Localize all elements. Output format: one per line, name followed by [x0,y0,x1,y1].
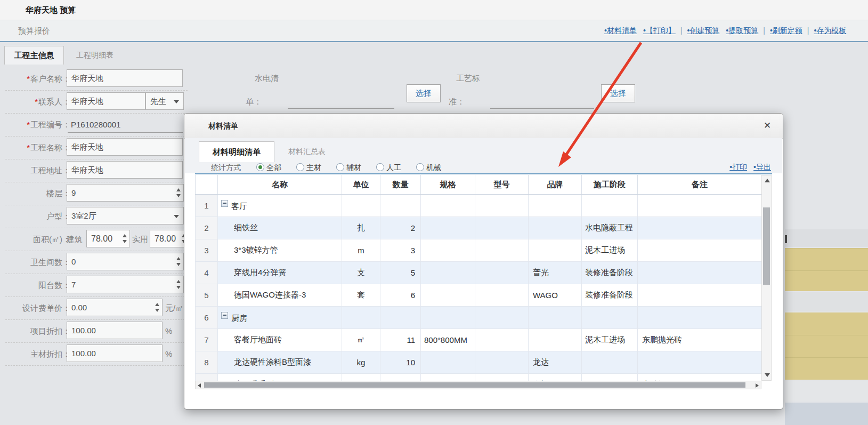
design-fee-stepper[interactable]: 0.00 [67,299,163,316]
spinner-arrows-icon[interactable] [176,257,181,266]
field-design-fee: 设计费单价： 0.00 元/㎡ [5,296,188,320]
group-row[interactable]: 1客厅 [196,195,762,217]
spinner-arrows-icon[interactable] [176,188,181,197]
tab-material-detail-list[interactable]: 材料明细清单 [199,141,274,162]
material-row[interactable]: 5德国WAGO连接器-3套6WAGO装修准备阶段 [196,284,762,307]
contact-title-select[interactable]: 先生 [145,92,184,110]
column-header[interactable] [196,175,218,195]
cell-note [638,239,762,262]
project-address-input[interactable]: 华府天地 [67,161,183,179]
scroll-right-icon[interactable] [756,383,759,388]
material-row[interactable]: 8龙达硬性涂料B型面漆kg10龙达 [196,351,762,374]
column-header[interactable]: 规格 [421,175,475,195]
column-header[interactable]: 型号 [475,175,529,195]
header-link[interactable]: •存为模板 [814,26,846,35]
stat-radio-机械[interactable]: 机械 [416,162,441,173]
spinner-arrows-icon[interactable] [123,234,127,243]
balconies-stepper[interactable]: 7 [67,276,184,293]
tab-material-summary[interactable]: 材料汇总表 [273,141,340,162]
hydro-list-select-button[interactable]: 选择 [407,84,441,102]
stat-radio-全部[interactable]: 全部 [256,162,281,173]
radio-icon[interactable] [376,163,384,171]
horizontal-scrollbar-thumb[interactable] [204,382,745,388]
cell-name: 厨房 [218,307,342,329]
group-row[interactable]: 6厨房 [196,307,762,329]
separator: | [807,26,809,35]
radio-icon[interactable] [336,163,344,171]
header-link[interactable]: •材料清单 [604,26,637,35]
material-table-container: 名称单位数量规格型号品牌施工阶段备注 1客厅2细铁丝扎2水电隐蔽工程33*3镀锌… [195,175,761,381]
floor-stepper[interactable]: 9 [67,184,184,202]
area-built-stepper[interactable]: 78.00 [86,230,130,247]
cell-spec [421,351,475,374]
customer-name-input[interactable]: 华府天地 [67,69,183,87]
material-discount-input[interactable]: 100.00 [67,344,163,362]
area-usable-stepper[interactable]: 78.00 [150,230,189,247]
cell-model [475,351,529,374]
material-name: 3*3镀锌方管 [234,245,278,254]
column-header[interactable]: 品牌 [529,175,582,195]
scroll-up-icon[interactable] [765,179,770,182]
header-link[interactable]: •提取预算 [726,26,758,35]
tab-project-main-info[interactable]: 工程主信息 [4,46,64,65]
material-row[interactable]: 2细铁丝扎2水电隐蔽工程 [196,217,762,239]
scroll-left-icon[interactable] [198,383,201,388]
material-row[interactable]: 4穿线用4分弹簧支5普光装修准备阶段 [196,262,762,284]
cell-unit [342,195,380,217]
cell-name: 穿线用4分弹簧 [218,262,342,284]
craft-standard-input[interactable] [490,108,594,109]
stat-radio-人工[interactable]: 人工 [376,162,401,173]
radio-selected-icon[interactable] [256,163,264,171]
radio-icon[interactable] [416,163,424,171]
contact-input[interactable]: 华府天地 [67,92,145,110]
cell-name: 德国WAGO连接器-3 [218,284,342,307]
scroll-down-icon[interactable] [765,373,770,377]
spinner-arrows-icon[interactable] [155,303,159,312]
column-header[interactable]: 备注 [638,175,762,195]
header-toolbar: •材料清单•【打印】|•创建预算•提取预算|•刷新定额|•存为模板 [601,20,849,41]
horizontal-scrollbar[interactable] [195,381,761,389]
dialog-link[interactable]: •导出 [753,163,771,171]
dialog-link[interactable]: •打印 [729,163,747,171]
bathrooms-stepper[interactable]: 0 [67,253,184,270]
field-project-discount: 项目折扣： 100.00 % [5,319,188,343]
column-header[interactable]: 名称 [218,175,342,195]
material-row[interactable]: 7客餐厅地面砖㎡11800*800MM泥木工进场东鹏抛光砖 [196,329,762,351]
hydro-list-input[interactable] [288,108,394,109]
vertical-scrollbar[interactable] [761,175,772,381]
radio-icon[interactable] [296,163,304,171]
close-icon[interactable]: ✕ [761,120,773,132]
column-header[interactable]: 数量 [380,175,421,195]
cell-spec [421,217,475,239]
field-material-discount: 主材折扣： 100.00 % [5,342,188,366]
craft-standard-select-button[interactable]: 选择 [601,84,635,102]
cell-brand: 龙达 [529,351,582,374]
project-discount-input[interactable]: 100.00 [67,322,163,339]
layout-select[interactable]: 3室2厅 [67,207,184,224]
field-customer-name: *客户名称： 华府天地 [5,67,188,91]
cell-model [475,374,529,381]
collapse-icon[interactable] [221,200,228,207]
cell-model [475,307,529,329]
header-link[interactable]: •刷新定额 [770,26,802,35]
column-header[interactable]: 施工阶段 [582,175,638,195]
project-name-input[interactable]: 华府天地 [67,138,183,156]
separator: | [680,26,683,35]
collapse-icon[interactable] [221,312,228,319]
dialog-toolbar: •打印•导出 [723,163,771,172]
cell-spec [421,239,475,262]
cell-unit [342,307,380,329]
material-row[interactable]: 33*3镀锌方管m3泥木工进场 [196,239,762,262]
chevron-down-icon [174,100,179,103]
header-link[interactable]: •【打印】 [643,26,676,35]
spinner-arrows-icon[interactable] [176,280,181,289]
tab-project-detail[interactable]: 工程明细表 [64,46,126,64]
stat-radio-辅材[interactable]: 辅材 [336,162,361,173]
material-row[interactable]: 9暗拉手系列450129只10450356名门米纱银 [196,374,762,381]
stat-radio-主材[interactable]: 主材 [296,162,321,173]
column-header[interactable]: 单位 [342,175,380,195]
vertical-scrollbar-thumb[interactable] [763,207,770,285]
cell-name: 龙达硬性涂料B型面漆 [218,351,342,374]
background-row [785,381,868,401]
header-link[interactable]: •创建预算 [687,26,719,35]
